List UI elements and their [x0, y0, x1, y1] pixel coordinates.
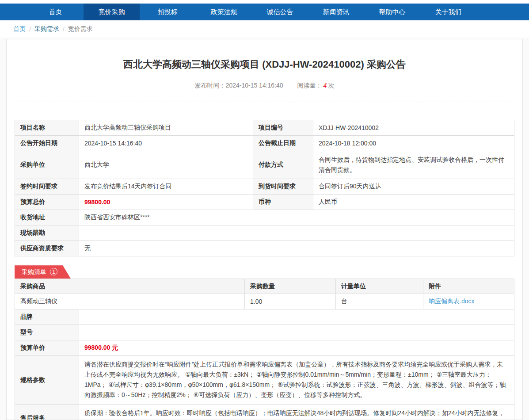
- project-detail-table: 项目名称西北大学高频动三轴仪采购项目项目编号XDJJ-HW-202410002公…: [15, 120, 514, 256]
- views-label: 阅读量：: [297, 82, 322, 89]
- detail-value: 发布竞价结果后14天内签订合同: [79, 179, 253, 195]
- item-detail-value: [79, 325, 514, 340]
- detail-value: XDJJ-HW-202410002: [313, 120, 514, 136]
- breadcrumb: 首页/采购需求/竞价需求: [0, 20, 529, 38]
- publish-time-label: 发布时间：: [195, 82, 226, 89]
- item-detail-value: 请各潜在供应商提交报价时在“响应附件”处上传正式报价单和需求响应偏离表（加盖公章…: [79, 356, 514, 404]
- detail-label: 币种: [253, 195, 313, 210]
- top-strip: [0, 0, 529, 4]
- detail-value: 2024-10-15 14:16:40: [79, 136, 253, 151]
- nav-item-1[interactable]: 竞价采购: [84, 4, 140, 20]
- breadcrumb-separator: /: [29, 26, 31, 33]
- purchase-list-tag-count: 1: [50, 268, 57, 275]
- nav-item-4[interactable]: 诚信公告: [252, 4, 308, 20]
- item-detail-value: 99800.00 元: [79, 340, 514, 356]
- nav-item-0[interactable]: 首页: [27, 4, 84, 20]
- breadcrumb-separator: /: [63, 26, 65, 33]
- publish-time-value: 2024-10-15 14:16:40: [226, 82, 283, 89]
- item-detail-label: 型号: [15, 325, 79, 340]
- nav-item-3[interactable]: 政策法规: [196, 4, 252, 20]
- detail-label: 现场踏勘: [15, 225, 79, 241]
- views-unit: 次: [328, 82, 334, 89]
- detail-label: 供应商资质要求: [15, 241, 79, 256]
- budget-total-price: 99800.00: [84, 199, 110, 206]
- detail-label: 签约时间要求: [15, 179, 79, 195]
- detail-value: 99800.00: [79, 195, 253, 210]
- dashed-divider: [15, 102, 514, 102]
- purchase-items-table: 采购商品采购数量计量单位附件 高频动三轴仪1.00台响应偏离表.docx: [15, 279, 514, 309]
- announcement-card: 西北大学高频动三轴仪采购项目 (XDJJ-HW-202410002) 采购公告 …: [6, 39, 523, 420]
- items-col-header-2: 计量单位: [336, 279, 423, 294]
- item-detail-label: 预算单价: [15, 340, 79, 356]
- item-unit: 台: [336, 294, 423, 309]
- purchase-list-tag: 采购清单1: [15, 265, 71, 279]
- detail-value: [79, 225, 514, 241]
- detail-value: 无: [79, 241, 514, 256]
- attachment-link[interactable]: 响应偏离表.docx: [429, 298, 474, 305]
- item-detail-label: 规格参数: [15, 356, 79, 404]
- nav-item-5[interactable]: 新闻资讯: [308, 4, 364, 20]
- purchase-list-tag-label: 采购清单: [22, 268, 46, 275]
- nav-item-6[interactable]: 帮助中心: [364, 4, 420, 20]
- detail-value: 人民币: [313, 195, 514, 210]
- detail-label: 收货地址: [15, 210, 79, 225]
- detail-label: 公告截止日期: [253, 136, 313, 151]
- items-col-header-1: 采购数量: [245, 279, 336, 294]
- breadcrumb-item-0[interactable]: 首页: [13, 25, 26, 33]
- budget-unit-price: 99800.00 元: [84, 344, 118, 351]
- announcement-meta: 发布时间：2024-10-15 14:16:40阅读量：4次: [15, 82, 514, 90]
- item-detail-table: 品牌型号预算单价99800.00 元规格参数请各潜在供应商提交报价时在“响应附件…: [15, 309, 514, 420]
- main-nav: 首页竞价采购招投标政策法规诚信公告新闻资讯帮助中心关于我们: [0, 4, 529, 20]
- detail-label: 到货时间要求: [253, 179, 313, 195]
- main-nav-list: 首页竞价采购招投标政策法规诚信公告新闻资讯帮助中心关于我们: [0, 4, 529, 20]
- breadcrumb-item-2: 竞价需求: [68, 25, 93, 33]
- item-quantity: 1.00: [245, 294, 336, 309]
- nav-item-2[interactable]: 招投标: [140, 4, 196, 20]
- purchase-item-row: 高频动三轴仪1.00台响应偏离表.docx: [15, 294, 514, 309]
- detail-value: 西北大学: [79, 151, 253, 179]
- item-attachment-cell: 响应偏离表.docx: [423, 294, 514, 309]
- item-detail-value: 质保期：验收合格后1年。响应时效：即时响应（包括电话响应）；电话响应无法解决48…: [79, 404, 514, 420]
- detail-label: 预算总价: [15, 195, 79, 210]
- page-background: 西北大学高频动三轴仪采购项目 (XDJJ-HW-202410002) 采购公告 …: [0, 38, 529, 420]
- detail-label: 项目名称: [15, 120, 79, 136]
- item-detail-value: [79, 309, 514, 325]
- breadcrumb-item-1[interactable]: 采购需求: [34, 25, 59, 33]
- views-count: 4: [323, 82, 327, 89]
- item-product: 高频动三轴仪: [15, 294, 245, 309]
- detail-label: 项目编号: [253, 120, 313, 136]
- detail-label: 付款方式: [253, 151, 313, 179]
- detail-value: 陕西省西安市碑林区****: [79, 210, 514, 225]
- item-detail-label: 品牌: [15, 309, 79, 325]
- detail-value: 合同签订后90天内送达: [313, 179, 514, 195]
- detail-value: 2024-10-18 12:00:00: [313, 136, 514, 151]
- items-col-header-3: 附件: [423, 279, 514, 294]
- detail-value: 西北大学高频动三轴仪采购项目: [79, 120, 253, 136]
- item-detail-label: 售后服务: [15, 404, 79, 420]
- detail-label: 公告开始日期: [15, 136, 79, 151]
- items-col-header-0: 采购商品: [15, 279, 245, 294]
- page-title: 西北大学高频动三轴仪采购项目 (XDJJ-HW-202410002) 采购公告: [15, 58, 514, 71]
- detail-value: 合同生效后，待货物到达指定地点、安装调试验收合格后，一次性付清合同货款。: [313, 151, 514, 179]
- nav-item-7[interactable]: 关于我们: [420, 4, 476, 20]
- detail-label: 采购单位: [15, 151, 79, 179]
